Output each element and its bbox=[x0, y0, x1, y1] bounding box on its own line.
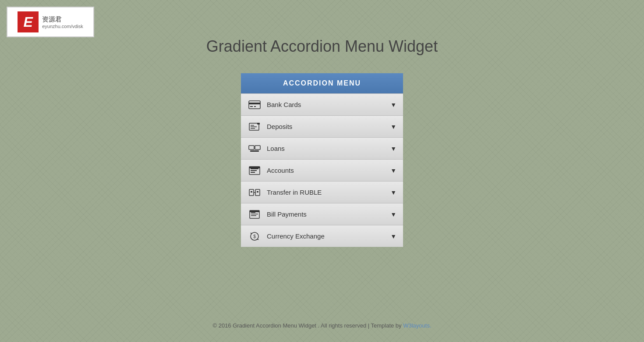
svg-rect-7 bbox=[251, 128, 255, 129]
footer-text: © 2016 Gradient Accordion Menu Widget . … bbox=[212, 322, 403, 329]
accordion-item-transfer-ruble[interactable]: Transfer in RUBLE ▼ bbox=[241, 181, 403, 203]
svg-rect-0 bbox=[249, 101, 260, 109]
logo-letter: E bbox=[18, 11, 39, 32]
svg-rect-19 bbox=[251, 191, 252, 192]
svg-rect-16 bbox=[249, 167, 260, 168]
accordion-item-deposits[interactable]: Deposits ▼ bbox=[241, 115, 403, 137]
accordion-item-bank-cards[interactable]: Bank Cards ▼ bbox=[241, 93, 403, 115]
transfer-ruble-arrow: ▼ bbox=[390, 189, 396, 196]
svg-rect-20 bbox=[257, 191, 258, 192]
svg-rect-6 bbox=[251, 126, 257, 127]
logo: E 资源君 eyunzhu.com/vdisk bbox=[7, 7, 94, 37]
bill-payments-arrow: ▼ bbox=[390, 211, 396, 218]
svg-rect-9 bbox=[249, 146, 254, 150]
svg-rect-8 bbox=[257, 123, 260, 125]
svg-rect-13 bbox=[251, 168, 258, 169]
svg-text:$: $ bbox=[253, 234, 256, 239]
accounts-label: Accounts bbox=[267, 167, 390, 174]
logo-chinese: 资源君 bbox=[42, 15, 83, 24]
svg-rect-10 bbox=[255, 146, 260, 150]
accordion-item-bill-payments[interactable]: Bill Payments ▼ bbox=[241, 203, 403, 225]
svg-rect-1 bbox=[249, 103, 260, 104]
svg-rect-2 bbox=[250, 106, 253, 107]
footer-link[interactable]: W3layouts. bbox=[403, 322, 431, 329]
deposits-icon bbox=[248, 121, 262, 132]
deposits-label: Deposits bbox=[267, 123, 390, 130]
svg-rect-25 bbox=[251, 215, 256, 216]
loans-arrow: ▼ bbox=[390, 145, 396, 152]
currency-exchange-arrow: ▼ bbox=[390, 233, 396, 240]
currency-exchange-label: Currency Exchange bbox=[267, 232, 390, 240]
accordion-item-loans[interactable]: Loans ▼ bbox=[241, 137, 403, 159]
accordion-container: ACCORDION MENU Bank Cards ▼ Deposits ▼ bbox=[241, 73, 403, 247]
svg-rect-26 bbox=[250, 210, 259, 212]
footer: © 2016 Gradient Accordion Menu Widget . … bbox=[0, 322, 644, 329]
svg-rect-24 bbox=[251, 214, 258, 214]
svg-rect-5 bbox=[251, 125, 254, 126]
svg-rect-3 bbox=[254, 106, 256, 107]
svg-rect-23 bbox=[251, 212, 255, 213]
page-title: Gradient Accordion Menu Widget bbox=[0, 0, 644, 56]
svg-rect-14 bbox=[251, 170, 257, 171]
transfer-ruble-label: Transfer in RUBLE bbox=[267, 189, 390, 196]
deposits-arrow: ▼ bbox=[390, 123, 396, 130]
loans-label: Loans bbox=[267, 145, 390, 152]
svg-rect-11 bbox=[250, 150, 259, 152]
accordion-item-accounts[interactable]: Accounts ▼ bbox=[241, 159, 403, 181]
accordion-header: ACCORDION MENU bbox=[241, 73, 403, 93]
bill-payments-label: Bill Payments bbox=[267, 210, 390, 218]
accounts-icon bbox=[248, 165, 262, 176]
transfer-icon bbox=[248, 187, 262, 198]
accounts-arrow: ▼ bbox=[390, 167, 396, 174]
bank-cards-icon bbox=[248, 100, 262, 110]
loans-icon bbox=[248, 143, 262, 154]
svg-rect-15 bbox=[251, 172, 255, 173]
currency-exchange-icon: $ bbox=[248, 231, 262, 242]
logo-text: 资源君 eyunzhu.com/vdisk bbox=[42, 15, 83, 29]
logo-url: eyunzhu.com/vdisk bbox=[42, 24, 83, 29]
bank-cards-label: Bank Cards bbox=[267, 101, 390, 108]
accordion-item-currency-exchange[interactable]: $ Currency Exchange ▼ bbox=[241, 225, 403, 247]
bill-payments-icon bbox=[248, 209, 262, 220]
bank-cards-arrow: ▼ bbox=[390, 101, 396, 108]
